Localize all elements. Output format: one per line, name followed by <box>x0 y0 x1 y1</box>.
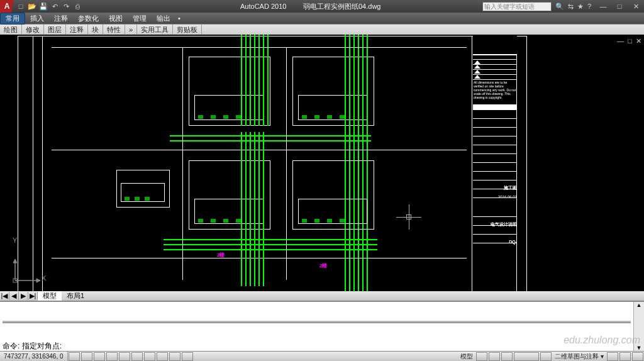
window-buttons: — □ ✕ <box>595 1 644 12</box>
schematic-block <box>292 160 374 230</box>
tab-insert[interactable]: 插入 <box>25 13 49 24</box>
status-icon[interactable] <box>501 352 513 361</box>
tab-manage[interactable]: 管理 <box>128 13 152 24</box>
layout-tab-layout1[interactable]: 布局1 <box>62 291 89 301</box>
search-icon[interactable]: 🔍 <box>555 3 564 11</box>
close-button[interactable]: ✕ <box>628 1 644 12</box>
ucs-y-label: Y <box>13 236 17 244</box>
command-resize-handle[interactable] <box>3 321 631 323</box>
comm-center-icon[interactable]: ⇆ <box>568 3 574 11</box>
app-logo[interactable]: A <box>0 0 14 13</box>
panel-properties[interactable]: 特性 <box>103 25 125 35</box>
qat-save-icon[interactable]: 💾 <box>39 2 48 11</box>
status-icon[interactable] <box>619 352 631 361</box>
svg-marker-3 <box>474 75 480 79</box>
tab-nav-last[interactable]: ▶| <box>28 292 38 300</box>
lwt-toggle[interactable] <box>169 352 180 361</box>
doc-close-button[interactable]: ✕ <box>636 37 641 45</box>
qat-print-icon[interactable]: ⎙ <box>73 2 82 11</box>
tab-nav-first[interactable]: |◀ <box>0 292 9 300</box>
quick-access-toolbar: □ 📂 💾 ↶ ↷ ⎙ <box>16 2 82 11</box>
favorites-icon[interactable]: ★ <box>577 3 584 11</box>
floor-label: 2楼 <box>319 262 327 269</box>
scroll-up-icon[interactable]: ▲ <box>636 302 642 308</box>
osnap-toggle[interactable] <box>119 352 130 361</box>
help-icon[interactable]: ? <box>587 3 591 11</box>
status-bar: 7473277, 3316346, 0 模型 二维草图与注释 ▾ <box>0 351 644 361</box>
tab-nav-prev[interactable]: ◀ <box>9 292 19 300</box>
maximize-button[interactable]: □ <box>611 1 628 12</box>
title-bar: A □ 📂 💾 ↶ ↷ ⎙ AutoCAD 2010 弱电工程实例图纸04.dw… <box>0 0 644 13</box>
panel-clipboard[interactable]: 剪贴板 <box>173 25 202 35</box>
dyn-toggle[interactable] <box>157 352 168 361</box>
tab-annotate[interactable]: 注释 <box>49 13 73 24</box>
grid-toggle[interactable] <box>81 352 92 361</box>
status-icon[interactable] <box>540 352 552 361</box>
workspace-switcher[interactable]: 二维草图与注释 ▾ <box>552 352 606 361</box>
infocenter-search-input[interactable]: 输入关键字或短语 <box>482 2 552 11</box>
clean-screen-button[interactable] <box>632 352 643 361</box>
ducs-toggle[interactable] <box>144 352 155 361</box>
app-title: AutoCAD 2010 <box>240 3 286 10</box>
status-icon[interactable] <box>476 352 487 361</box>
drawing-margin <box>33 36 43 297</box>
tab-view[interactable]: 视图 <box>104 13 128 24</box>
schematic-block <box>116 170 170 208</box>
otrack-toggle[interactable] <box>131 352 143 361</box>
panel-draw[interactable]: 绘图 <box>0 25 22 35</box>
doc-minimize-button[interactable]: — <box>617 37 624 45</box>
scroll-down-icon[interactable]: ▼ <box>636 345 642 351</box>
layout-tab-model[interactable]: 模型 <box>38 291 62 301</box>
panel-modify[interactable]: 修改 <box>22 25 44 35</box>
ribbon-tabs: 常用 插入 注释 参数化 视图 管理 输出 • <box>0 13 644 24</box>
tab-home[interactable]: 常用 <box>0 13 25 25</box>
document-window-buttons: — □ ✕ <box>617 37 641 45</box>
svg-marker-7 <box>13 259 17 263</box>
drawing-canvas[interactable]: — □ ✕ All dimensions are to be verified … <box>0 35 644 301</box>
titleblock-note: All dimensions are to be verified on sit… <box>473 80 517 105</box>
tab-output[interactable]: 输出 <box>152 13 175 24</box>
qat-undo-icon[interactable]: ↶ <box>50 2 59 11</box>
infocenter-icons: 🔍 ⇆ ★ ? <box>555 3 591 11</box>
snap-toggle[interactable] <box>69 352 80 361</box>
ortho-toggle[interactable] <box>94 352 105 361</box>
ribbon-panels: 绘图 修改 图层 注释 块 特性 » 实用工具 剪贴板 <box>0 24 644 35</box>
status-icon[interactable] <box>489 352 500 361</box>
anno-scale-button[interactable] <box>514 352 539 361</box>
command-line: 命令: 指定对角点: <box>3 341 631 351</box>
polar-toggle[interactable] <box>106 352 118 361</box>
panel-annotate[interactable]: 注释 <box>66 25 88 35</box>
ribbon-expand-icon[interactable]: • <box>178 14 180 22</box>
svg-rect-8 <box>13 279 17 282</box>
qat-redo-icon[interactable]: ↷ <box>62 2 70 11</box>
command-window: 命令: 指定对角点: 命令: 自动保存到 C:\Users\zhulong\ap… <box>0 301 644 351</box>
coordinates-readout[interactable]: 7473277, 3316346, 0 <box>0 352 68 361</box>
panel-layers[interactable]: 图层 <box>44 25 66 35</box>
qat-open-icon[interactable]: 📂 <box>28 2 36 11</box>
tb-dwgno: DQ- <box>509 240 517 244</box>
command-history[interactable]: 命令: 指定对角点: 命令: 自动保存到 C:\Users\zhulong\ap… <box>0 302 634 351</box>
tb-date: 2016.06.01 <box>498 195 517 199</box>
floor-label: 2楼 <box>217 252 225 258</box>
qp-toggle[interactable] <box>182 352 193 361</box>
command-scrollbar[interactable]: ▲ ▼ <box>634 302 644 351</box>
model-space-button[interactable]: 模型 <box>458 352 475 361</box>
tb-title: 电气设计说明 <box>491 222 517 226</box>
panel-overflow[interactable]: » <box>125 25 137 35</box>
tab-parametric[interactable]: 参数化 <box>73 13 104 24</box>
document-title: 弱电工程实例图纸04.dwg <box>303 2 380 11</box>
panel-utilities[interactable]: 实用工具 <box>137 25 173 35</box>
layout-tabs: |◀ ◀ ▶ ▶| 模型 布局1 <box>0 291 644 301</box>
panel-block[interactable]: 块 <box>88 25 103 35</box>
doc-maximize-button[interactable]: □ <box>628 37 632 45</box>
tab-nav-next[interactable]: ▶ <box>19 292 28 300</box>
titleblock: All dimensions are to be verified on sit… <box>473 36 517 297</box>
minimize-button[interactable]: — <box>595 1 611 12</box>
status-icon[interactable] <box>607 352 618 361</box>
qat-new-icon[interactable]: □ <box>16 2 25 11</box>
